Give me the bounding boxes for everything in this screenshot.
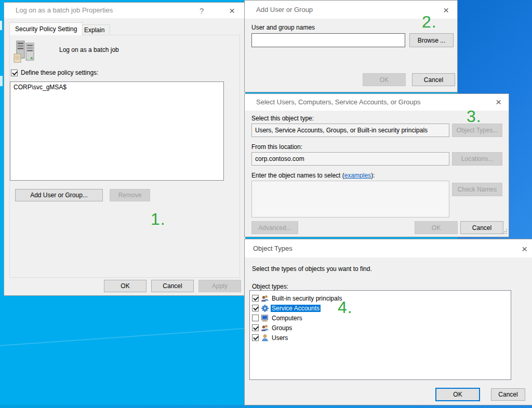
from-location-field: corp.contoso.com	[251, 152, 449, 166]
step-annotation-1: 1.	[151, 210, 166, 229]
group-icon	[261, 294, 269, 303]
enter-object-names-label: Enter the object names to select (exampl…	[251, 172, 375, 179]
object-type-label: Select this object type:	[251, 115, 314, 122]
object-type-label: Service Accounts	[271, 305, 321, 312]
locations-button: Locations...	[452, 152, 502, 166]
checkbox[interactable]	[252, 315, 259, 321]
user-icon	[261, 334, 269, 342]
object-type-label: Built-in security principals	[271, 295, 343, 302]
cancel-button[interactable]: Cancel	[151, 280, 194, 292]
tab-label: Security Policy Setting	[15, 25, 77, 33]
from-location-label: From this location:	[251, 143, 302, 151]
object-type-label: Users	[271, 334, 289, 342]
close-icon[interactable]: ×	[229, 6, 235, 16]
dialog-title: Object Types	[253, 244, 292, 252]
title-bar[interactable]: Log on as a batch job Properties	[4, 3, 245, 18]
user-group-names-label: User and group names	[251, 24, 315, 31]
gear-icon	[261, 304, 269, 312]
tab-label: Explain	[84, 26, 104, 34]
ok-button[interactable]: OK	[104, 280, 147, 292]
help-icon[interactable]: ?	[200, 6, 204, 15]
add-user-or-group-button[interactable]: Add User or Group...	[15, 189, 103, 201]
checkbox[interactable]	[252, 324, 259, 331]
checkbox[interactable]	[252, 295, 259, 302]
object-type-row[interactable]: Service Accounts	[250, 303, 511, 313]
members-listbox[interactable]: CORP\svc_gMSA$	[10, 81, 224, 181]
object-types-dialog: Object Types × Select the types of objec…	[244, 239, 532, 405]
dialog-title: Select Users, Computers, Service Account…	[256, 98, 420, 106]
object-types-listbox[interactable]: Built-in security principals	[249, 290, 511, 380]
ok-button[interactable]: OK	[435, 388, 480, 401]
examples-link[interactable]: examples	[344, 172, 371, 179]
object-type-label: Computers	[271, 315, 303, 322]
dialog-title: Add User or Group	[256, 6, 313, 13]
step-annotation-3: 3.	[467, 107, 482, 126]
ok-button: OK	[415, 221, 458, 234]
define-policy-label: Define these policy settings:	[21, 69, 98, 76]
step-annotation-2: 2.	[422, 12, 437, 32]
computer-icon	[261, 314, 269, 322]
label-text: Enter the object names to select (	[251, 172, 344, 179]
checkbox[interactable]	[252, 305, 259, 311]
close-icon[interactable]: ×	[443, 5, 449, 15]
object-type-row[interactable]: Computers	[250, 313, 511, 323]
desktop-icon-fragment	[0, 76, 3, 86]
advanced-button: Advanced...	[251, 221, 298, 234]
browse-button[interactable]: Browse ...	[409, 33, 454, 47]
remove-button: Remove	[110, 189, 150, 201]
label-text: ):	[371, 172, 375, 179]
desktop-icon-fragment	[0, 21, 2, 30]
cancel-button[interactable]: Cancel	[412, 73, 455, 86]
tab-explain[interactable]: Explain	[78, 24, 110, 35]
object-type-row[interactable]: Users	[250, 333, 511, 343]
user-group-names-input[interactable]	[251, 33, 405, 47]
cancel-button[interactable]: Cancel	[460, 221, 503, 234]
object-type-row[interactable]: Groups	[250, 323, 511, 333]
group-icon	[261, 324, 269, 332]
dialog-title: Log on as a batch job Properties	[16, 6, 113, 14]
object-names-textarea[interactable]	[251, 181, 449, 217]
checkbox[interactable]	[252, 334, 259, 341]
define-policy-row: Define these policy settings:	[11, 69, 98, 76]
windows-desktop: Log on as a batch job Properties ? × Sec…	[0, 0, 532, 408]
object-types-list-label: Object types:	[252, 283, 288, 290]
policy-name-label: Log on as a batch job	[59, 46, 119, 53]
object-type-label: Groups	[271, 324, 293, 332]
wallpaper-facet-line	[0, 327, 259, 347]
ok-button: OK	[363, 73, 406, 86]
server-policy-icon	[13, 40, 38, 65]
instruction-label: Select the types of objects you want to …	[252, 265, 372, 273]
logon-properties-dialog: Log on as a batch job Properties ? × Sec…	[4, 2, 246, 296]
member-item[interactable]: CORP\svc_gMSA$	[10, 82, 223, 92]
tab-security-policy-setting[interactable]: Security Policy Setting	[9, 22, 83, 35]
object-type-field: Users, Service Accounts, Groups, or Buil…	[251, 124, 449, 137]
resize-grip[interactable]	[501, 228, 508, 236]
close-icon[interactable]: ×	[522, 244, 527, 254]
apply-button: Apply	[198, 280, 241, 292]
cancel-button[interactable]: Cancel	[491, 388, 525, 401]
object-type-row[interactable]: Built-in security principals	[250, 293, 511, 303]
step-annotation-4: 4.	[338, 298, 353, 317]
close-icon[interactable]: ×	[496, 97, 501, 107]
define-policy-checkbox[interactable]	[11, 70, 18, 76]
check-names-button: Check Names	[452, 183, 502, 196]
title-bar[interactable]: Object Types	[245, 239, 532, 257]
